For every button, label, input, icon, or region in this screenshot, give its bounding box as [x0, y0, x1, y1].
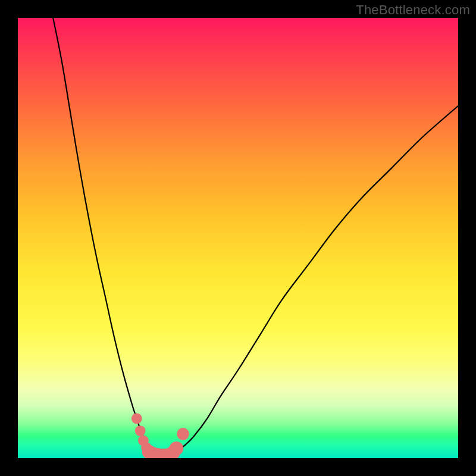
data-marker: [177, 428, 189, 440]
data-marker: [131, 414, 142, 424]
data-marker: [170, 441, 184, 456]
plot-area: [18, 18, 458, 458]
data-marker: [135, 425, 146, 436]
chart-svg: [18, 18, 458, 458]
watermark-text: TheBottleneck.com: [356, 2, 470, 18]
left-curve: [53, 18, 159, 455]
marker-group: [131, 414, 189, 458]
chart-frame: TheBottleneck.com: [0, 0, 476, 476]
right-curve: [172, 106, 458, 455]
